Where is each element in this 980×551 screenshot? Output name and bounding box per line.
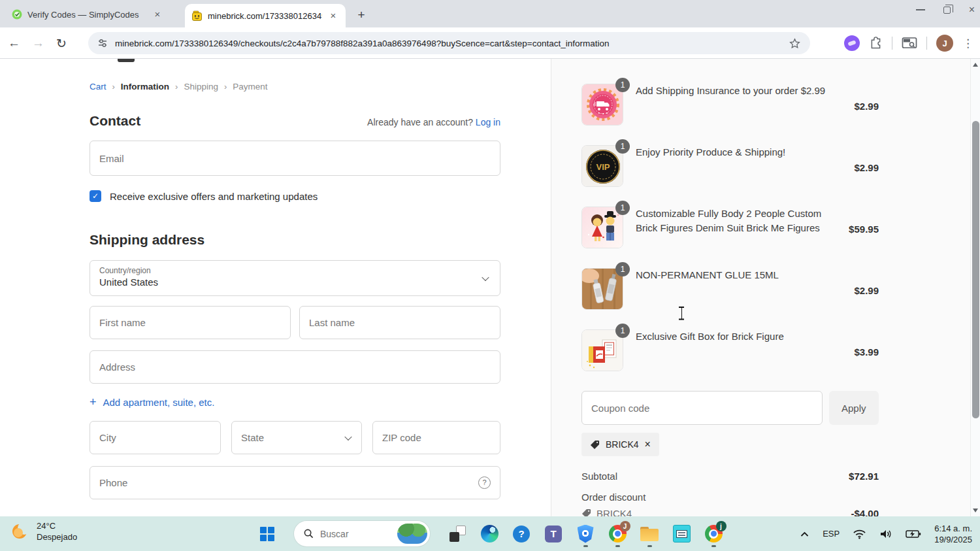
city-field[interactable] xyxy=(90,421,221,454)
browser-toolbar: ← → ↻ minebrick.com/1733380126349/checko… xyxy=(0,27,980,59)
state-select[interactable]: State xyxy=(231,421,362,454)
window-restore-button[interactable] xyxy=(943,7,951,14)
discount-code-row: BRICK4 -$4.00 xyxy=(581,508,879,516)
breadcrumb-cart[interactable]: Cart xyxy=(90,82,106,92)
site-settings-icon[interactable] xyxy=(97,38,108,48)
search-icon xyxy=(304,529,314,539)
breadcrumb-information: Information xyxy=(121,82,169,92)
cart-item: 1 Exclusive Gift Box for Brick Figure $3… xyxy=(581,329,879,371)
item-title: NON-PERMANENT GLUE 15ML xyxy=(636,268,826,310)
account-prompt: Already have an account? xyxy=(367,117,473,127)
tab-simplycodes[interactable]: Verify Codes — SimplyCodes × xyxy=(5,4,170,25)
phone-help-icon[interactable]: ? xyxy=(478,476,491,489)
taskbar-search-input[interactable] xyxy=(320,529,397,539)
scrollbar-thumb[interactable] xyxy=(972,121,979,418)
new-tab-button[interactable]: + xyxy=(353,7,370,24)
clock[interactable]: 6:14 a. m. 19/9/2025 xyxy=(934,523,972,545)
minebrick-favicon xyxy=(191,10,203,22)
taskbar-search[interactable] xyxy=(294,521,430,546)
weather-condition: Despejado xyxy=(37,531,77,543)
quantity-badge: 1 xyxy=(615,78,630,92)
windows-taskbar: 24°C Despejado ? T J xyxy=(0,516,980,551)
start-button[interactable] xyxy=(260,527,274,541)
extension-icon[interactable] xyxy=(844,35,860,51)
page-scrollbar[interactable] xyxy=(970,59,980,516)
coupon-code-input[interactable] xyxy=(581,391,823,425)
bookmark-star-icon[interactable] xyxy=(789,37,801,50)
remove-coupon-icon[interactable]: × xyxy=(645,439,651,450)
tab-close-icon[interactable]: × xyxy=(327,10,339,22)
contact-heading: Contact xyxy=(90,113,140,129)
forward-button[interactable]: → xyxy=(32,36,44,50)
clock-date: 19/9/2025 xyxy=(934,534,972,545)
login-link[interactable]: Log in xyxy=(476,117,500,127)
checkout-page: Cart › Information › Shipping › Payment … xyxy=(0,59,980,516)
cart-item: 1 Customizable Fully Body 2 People Custo… xyxy=(581,207,879,248)
search-highlight-image[interactable] xyxy=(397,524,427,544)
shipping-address-heading: Shipping address xyxy=(90,232,500,248)
order-summary-panel: 1 Add Shipping Insurance to your order $… xyxy=(551,59,980,516)
chrome-profile-badge: J xyxy=(620,521,630,531)
window-minimize-button[interactable] xyxy=(916,9,925,10)
reload-button[interactable]: ↻ xyxy=(56,36,67,51)
window-search-icon[interactable] xyxy=(902,37,917,50)
weather-widget[interactable]: 24°C Despejado xyxy=(10,520,77,543)
item-price: $2.99 xyxy=(854,162,879,187)
task-view-button[interactable] xyxy=(444,520,470,548)
subtotal-value: $72.91 xyxy=(849,471,879,482)
vpn-shield-icon[interactable] xyxy=(572,520,598,548)
add-apartment-link[interactable]: + Add apartment, suite, etc. xyxy=(90,395,500,409)
item-price: $2.99 xyxy=(854,101,879,125)
chrome-profile2-icon[interactable]: j xyxy=(700,520,727,548)
browser-menu-icon[interactable]: ⋮ xyxy=(962,37,973,50)
get-help-icon[interactable]: ? xyxy=(508,520,534,548)
zip-field[interactable] xyxy=(372,421,500,454)
profile-avatar[interactable]: J xyxy=(936,35,953,52)
apply-coupon-button[interactable]: Apply xyxy=(829,391,879,425)
subtotal-label: Subtotal xyxy=(581,471,617,482)
country-select[interactable]: Country/region United States xyxy=(90,260,500,296)
wifi-icon[interactable] xyxy=(853,529,866,539)
window-close-button[interactable]: × xyxy=(969,4,975,16)
chrome-profile1-icon[interactable]: J xyxy=(604,520,630,548)
teams-icon[interactable]: T xyxy=(540,520,566,548)
edge-browser-icon[interactable] xyxy=(476,520,502,548)
breadcrumb-payment: Payment xyxy=(233,82,267,92)
item-title: Exclusive Gift Box for Brick Figure xyxy=(636,329,826,371)
tab-close-icon[interactable]: × xyxy=(152,8,163,20)
text-cursor xyxy=(678,306,685,320)
tag-icon xyxy=(581,509,591,516)
scroll-up-icon[interactable] xyxy=(973,63,978,67)
quantity-badge: 1 xyxy=(615,139,630,154)
phone-field[interactable] xyxy=(90,466,500,499)
battery-charging-icon[interactable] xyxy=(906,529,921,539)
cart-item: VIP 1 Enjoy Priority Produce & Shipping!… xyxy=(581,145,879,187)
item-price: $59.95 xyxy=(849,224,879,248)
country-value: United States xyxy=(99,275,491,290)
first-name-field[interactable] xyxy=(90,306,291,339)
chevron-separator-icon: › xyxy=(175,82,178,92)
cart-item: 1 NON-PERMANENT GLUE 15ML $2.99 xyxy=(581,268,879,310)
clock-time: 6:14 a. m. xyxy=(934,523,972,534)
email-field[interactable] xyxy=(90,141,500,176)
simplycodes-favicon xyxy=(12,9,22,20)
checkout-form-panel: Cart › Information › Shipping › Payment … xyxy=(0,59,551,516)
url-text[interactable]: minebrick.com/1733380126349/checkouts/c2… xyxy=(115,39,781,48)
quantity-badge: 1 xyxy=(615,262,630,276)
scroll-down-icon[interactable] xyxy=(973,509,978,512)
address-field[interactable] xyxy=(90,350,500,384)
tab-minebrick[interactable]: minebrick.com/1733380126349 × xyxy=(185,4,346,27)
volume-icon[interactable] xyxy=(879,529,892,539)
last-name-field[interactable] xyxy=(299,306,500,339)
tab-title: Verify Codes — SimplyCodes xyxy=(27,10,146,20)
remote-app-icon[interactable] xyxy=(668,520,694,548)
country-label: Country/region xyxy=(99,266,491,275)
back-button[interactable]: ← xyxy=(8,36,20,50)
tray-chevron-up-icon[interactable] xyxy=(800,531,809,537)
address-bar[interactable]: minebrick.com/1733380126349/checkouts/c2… xyxy=(88,32,810,54)
marketing-checkbox[interactable]: ✓ xyxy=(90,190,101,202)
language-indicator[interactable]: ESP xyxy=(823,529,840,539)
file-explorer-icon[interactable] xyxy=(636,520,662,548)
extensions-puzzle-icon[interactable] xyxy=(869,37,883,50)
tag-icon xyxy=(590,440,600,450)
